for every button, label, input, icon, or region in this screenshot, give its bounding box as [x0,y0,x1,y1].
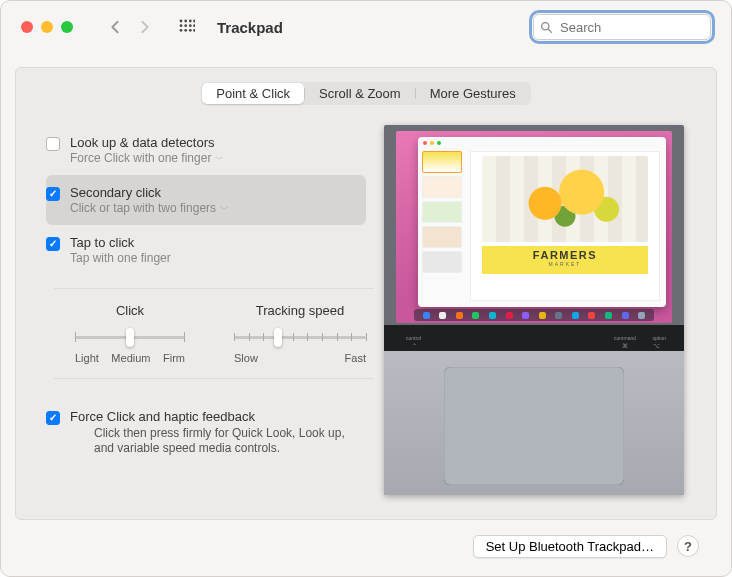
tracking-slider-label: Tracking speed [256,303,344,318]
tracking-slider-thumb[interactable] [274,328,282,347]
zoom-window-button[interactable] [61,21,73,33]
tab-scroll-and-zoom[interactable]: Scroll & Zoom [305,83,415,104]
option-force-click[interactable]: Force Click and haptic feedback Click th… [46,399,366,465]
checkbox-force-click[interactable] [46,411,60,425]
tracking-mark-slow: Slow [234,352,258,364]
preview-column: FARMERS MARKET ⌃ [384,125,696,495]
chevron-down-icon[interactable]: ﹀ [220,204,229,214]
search-input[interactable] [533,14,711,40]
preview-keyboard-deck: ⌃ control ⌘ command ⌥ option [384,325,684,351]
setup-bluetooth-trackpad-button[interactable]: Set Up Bluetooth Trackpad… [473,535,667,558]
option-secondary-click[interactable]: Secondary click Click or tap with two fi… [46,175,366,225]
poster-image [482,156,647,242]
svg-point-8 [184,29,187,32]
click-mark-firm: Firm [163,352,185,364]
help-button[interactable]: ? [677,535,699,557]
title-bar: Trackpad [1,1,731,53]
chevron-right-icon [140,20,150,34]
svg-point-10 [193,20,195,23]
svg-point-6 [189,24,192,27]
option-subtitle: Click or tap with two fingers﹀ [70,201,229,216]
checkbox-lookup[interactable] [46,137,60,151]
search-field-wrapper [533,14,711,40]
preview-app-window: FARMERS MARKET [418,137,666,307]
show-all-button[interactable] [179,19,195,35]
option-subtitle: Tap with one finger [70,251,171,265]
tab-more-gestures[interactable]: More Gestures [416,83,530,104]
forward-button[interactable] [133,15,157,39]
option-title: Look up & data detectors [70,135,224,150]
window-title: Trackpad [217,19,283,36]
svg-point-2 [189,20,192,23]
click-slider-box: Click Light Medium Fir [68,303,192,364]
click-mark-light: Light [75,352,99,364]
content-area: Point & Click Scroll & Zoom More Gesture… [1,53,731,576]
main-panel: Point & Click Scroll & Zoom More Gesture… [15,67,717,520]
option-title: Tap to click [70,235,171,250]
tab-point-and-click[interactable]: Point & Click [202,83,304,104]
window-controls [21,21,73,33]
click-mark-medium: Medium [111,352,150,364]
svg-point-0 [180,20,183,23]
chevron-down-icon[interactable]: ﹀ [215,154,224,164]
click-slider-thumb[interactable] [126,328,134,347]
divider [54,378,374,379]
option-title: Secondary click [70,185,229,200]
option-title: Force Click and haptic feedback [70,409,358,424]
preview-dock [414,309,654,321]
divider [54,288,374,289]
svg-point-5 [184,24,187,27]
trackpad-preferences-window: Trackpad Point & Click Scroll & Zoom Mor… [0,0,732,577]
search-icon [540,20,553,38]
svg-point-7 [180,29,183,32]
option-tap-to-click[interactable]: Tap to click Tap with one finger [46,225,366,274]
chevron-left-icon [110,20,120,34]
option-subtitle: Force Click with one finger﹀ [70,151,224,166]
close-window-button[interactable] [21,21,33,33]
svg-point-1 [184,20,187,23]
tracking-slider-box: Tracking speed Slow Fast [234,303,366,364]
svg-line-14 [548,29,551,32]
click-slider-label: Click [116,303,144,318]
preview-palm-rest [384,351,684,495]
settings-column: Look up & data detectors Force Click wit… [46,125,366,495]
tab-group: Point & Click Scroll & Zoom More Gesture… [201,82,530,105]
svg-point-12 [193,29,195,32]
trackpad-preview-video: FARMERS MARKET ⌃ [384,125,684,495]
svg-point-4 [180,24,183,27]
tracking-mark-fast: Fast [345,352,366,364]
tracking-slider[interactable] [234,328,366,346]
svg-point-9 [189,29,192,32]
grid-icon [179,19,195,35]
option-lookup-data-detectors[interactable]: Look up & data detectors Force Click wit… [46,125,366,175]
sliders-row: Click Light Medium Fir [46,303,366,364]
tab-bar: Point & Click Scroll & Zoom More Gesture… [16,82,716,105]
force-click-description: Click then press firmly for Quick Look, … [94,426,358,456]
back-button[interactable] [103,15,127,39]
nav-buttons [103,15,157,39]
checkbox-secondary-click[interactable] [46,187,60,201]
poster-title: FARMERS [482,249,647,261]
minimize-window-button[interactable] [41,21,53,33]
poster-tagline [482,268,647,272]
preview-trackpad-surface [444,367,624,485]
svg-point-11 [193,24,195,27]
click-slider[interactable] [75,328,185,346]
preview-screen: FARMERS MARKET [396,131,672,323]
checkbox-tap-to-click[interactable] [46,237,60,251]
bottom-bar: Set Up Bluetooth Trackpad… ? [15,520,717,572]
